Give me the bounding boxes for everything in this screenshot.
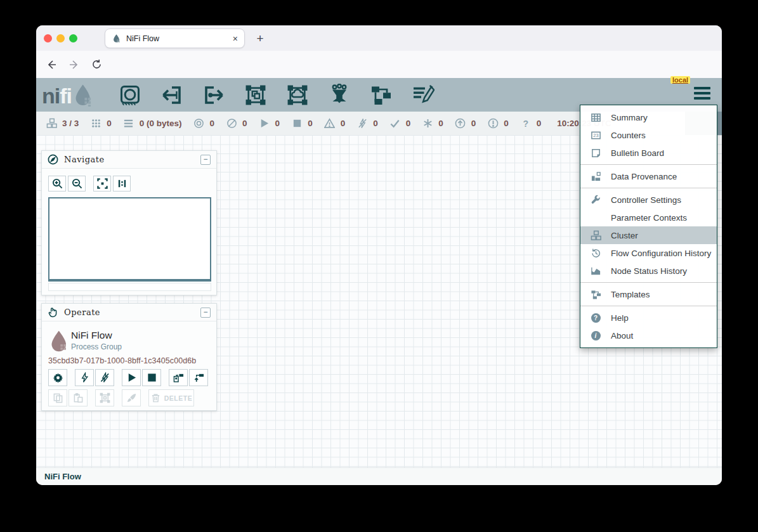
menu-item-flow-configuration-history[interactable]: Flow Configuration History xyxy=(580,244,717,262)
status-running: 0 xyxy=(258,117,280,130)
start-button[interactable] xyxy=(122,369,141,386)
status-not-transmitting: 0 xyxy=(225,117,247,130)
collapse-navigate-button[interactable]: − xyxy=(200,155,211,165)
zoom-fit-button[interactable] xyxy=(93,176,111,191)
status-locally-modified-stale: 0 xyxy=(487,117,509,130)
operate-title: Operate xyxy=(64,308,200,317)
template-icon[interactable] xyxy=(369,82,394,108)
selected-component-name: NiFi Flow xyxy=(71,330,112,341)
up-to-date-icon xyxy=(389,117,402,130)
process-group-icon[interactable] xyxy=(243,82,268,108)
copy-button[interactable] xyxy=(48,389,67,406)
cluster-icon xyxy=(45,117,58,130)
disabled-icon xyxy=(356,117,369,130)
none-icon xyxy=(589,212,602,223)
operate-panel: Operate − NiFi Flow Process Group 35cbd3… xyxy=(41,303,217,411)
upload-template-button[interactable] xyxy=(189,369,208,386)
save-template-button[interactable] xyxy=(169,369,188,386)
process-group-drop-icon xyxy=(50,329,69,353)
selected-component-id[interactable]: 35cbd3b7-017b-1000-8bff-1c3405c00d6b xyxy=(48,356,196,365)
svg-text:23: 23 xyxy=(593,133,598,138)
navigate-title: Navigate xyxy=(64,155,200,164)
tab-close-icon[interactable]: × xyxy=(233,34,238,44)
status-threads: 0 xyxy=(89,117,112,130)
remote-process-group-icon[interactable] xyxy=(285,82,310,108)
zoom-window-button[interactable] xyxy=(69,34,77,42)
menu-item-data-provenance[interactable]: Data Provenance xyxy=(580,167,717,185)
menu-item-cluster[interactable]: Cluster xyxy=(580,226,717,244)
disable-button[interactable] xyxy=(95,369,114,386)
funnel-icon[interactable] xyxy=(327,82,352,108)
menu-item-about[interactable]: iAbout xyxy=(580,327,717,344)
processor-icon[interactable] xyxy=(117,82,143,108)
stopped-icon xyxy=(291,117,303,130)
cluster-icon xyxy=(589,230,602,241)
container-badge: local xyxy=(670,76,690,84)
status-up-to-date: 0 xyxy=(389,117,411,130)
history-icon xyxy=(589,247,602,259)
collapse-operate-button[interactable]: − xyxy=(200,308,211,318)
delete-button[interactable]: DELETE xyxy=(148,389,194,406)
about-icon: i xyxy=(589,330,602,341)
menu-divider xyxy=(580,188,717,188)
help-icon: ? xyxy=(589,312,602,323)
zoom-in-button[interactable] xyxy=(48,176,66,191)
forward-button[interactable] xyxy=(65,56,82,73)
status-stale: 0 xyxy=(454,117,476,130)
close-window-button[interactable] xyxy=(44,34,52,42)
birdseye-brush[interactable] xyxy=(48,283,211,291)
menu-item-parameter-contexts[interactable]: Parameter Contexts xyxy=(580,209,717,226)
logo-text-fi: fi xyxy=(60,85,72,107)
new-tab-button[interactable]: + xyxy=(252,30,268,47)
status-locally-modified: 0 xyxy=(421,117,443,130)
birdseye-map[interactable] xyxy=(48,197,211,282)
stale-icon xyxy=(454,117,467,130)
status-disabled: 0 xyxy=(356,117,378,130)
menu-item-controller-settings[interactable]: Controller Settings xyxy=(580,191,717,209)
output-port-icon[interactable] xyxy=(201,82,226,108)
menu-item-bulletin-board[interactable]: Bulletin Board xyxy=(580,144,717,162)
operate-panel-header[interactable]: Operate − xyxy=(42,304,216,321)
zoom-out-button[interactable] xyxy=(68,176,86,191)
breadcrumb[interactable]: NiFi Flow xyxy=(44,472,81,481)
enable-button[interactable] xyxy=(75,369,94,386)
menu-item-node-status-history[interactable]: Node Status History xyxy=(580,262,717,280)
transmitting-icon xyxy=(193,117,206,130)
status-sync-failure: ?0 xyxy=(519,117,542,130)
menu-item-counters[interactable]: 23Counters xyxy=(580,126,717,144)
menu-item-help[interactable]: ?Help xyxy=(580,309,717,327)
status-cluster: 3 / 3 xyxy=(45,117,79,130)
menu-item-templates[interactable]: Templates xyxy=(580,285,717,303)
menu-divider xyxy=(580,306,717,306)
global-menu: Summary23CountersBulletin BoardData Prov… xyxy=(580,105,717,348)
global-menu-button[interactable] xyxy=(694,87,710,100)
zoom-actual-button[interactable] xyxy=(113,176,131,191)
browser-tab[interactable]: NiFi Flow × xyxy=(105,29,245,48)
browser-navbar: 192.168.40.11:8080/nifi/ local xyxy=(36,51,722,78)
back-button[interactable] xyxy=(42,56,60,73)
status-queued: 0 (0 bytes) xyxy=(122,117,182,130)
stop-button[interactable] xyxy=(142,369,161,386)
group-button[interactable] xyxy=(95,389,114,406)
navigate-panel-header[interactable]: Navigate − xyxy=(42,151,216,169)
logo-text-ni: ni xyxy=(42,85,60,107)
sync-failure-icon: ? xyxy=(519,117,532,130)
paste-button[interactable] xyxy=(69,389,88,406)
menu-item-summary[interactable]: Summary xyxy=(580,108,717,126)
nifi-logo: nifi xyxy=(42,84,95,107)
menu-divider xyxy=(580,164,717,165)
status-invalid: 0 xyxy=(323,117,346,130)
locally-modified-stale-icon xyxy=(487,117,499,130)
breadcrumb-bar: NiFi Flow xyxy=(36,467,722,485)
reload-button[interactable] xyxy=(88,56,105,73)
fill-color-button[interactable] xyxy=(122,389,141,406)
label-icon[interactable] xyxy=(410,82,436,108)
minimize-window-button[interactable] xyxy=(56,34,65,42)
locally-modified-icon xyxy=(421,117,434,130)
counters-icon: 23 xyxy=(589,129,602,141)
browser-window: NiFi Flow × + 192.168.40.11:8080/nifi/ xyxy=(36,25,722,485)
input-port-icon[interactable] xyxy=(159,82,185,108)
tab-title: NiFi Flow xyxy=(126,34,233,43)
queued-icon xyxy=(122,117,135,130)
configuration-button[interactable] xyxy=(48,369,67,386)
